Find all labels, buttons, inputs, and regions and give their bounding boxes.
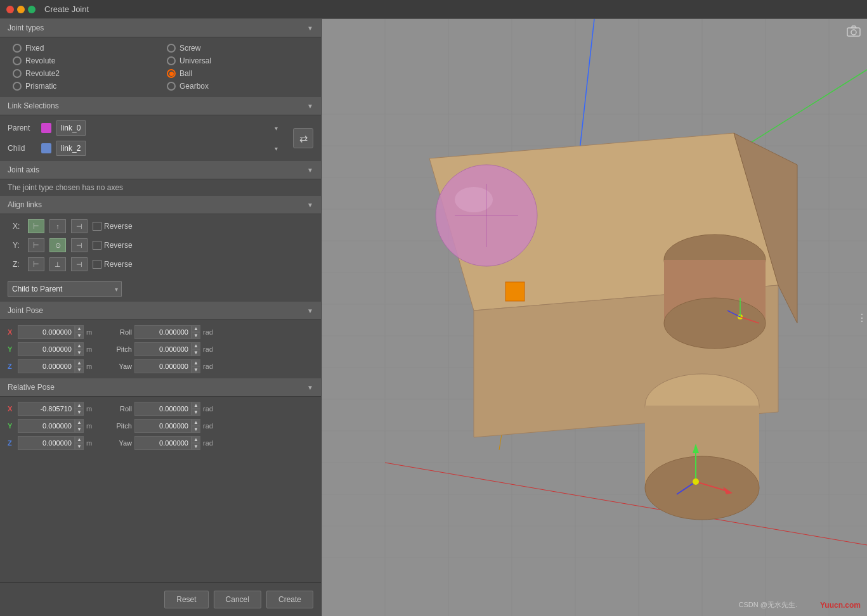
rel-pose-roll-input[interactable] [134,402,192,416]
align-y-btn1[interactable]: ⊢ [28,238,44,252]
swap-button[interactable]: ⇄ [293,128,313,148]
pose-roll-input[interactable] [134,325,192,339]
radio-fixed[interactable] [13,44,22,53]
pose-roll-down[interactable]: ▼ [192,332,200,339]
align-x-reverse-check[interactable] [93,222,101,231]
minimize-button[interactable] [17,6,25,13]
radio-revolute[interactable] [13,56,22,65]
radio-universal[interactable] [167,56,176,65]
relative-pose-header[interactable]: Relative Pose ▼ [0,378,321,397]
rel-pose-yaw-input[interactable] [134,436,192,450]
pose-z-up[interactable]: ▲ [75,359,84,366]
radio-row-universal[interactable]: Universal [167,56,308,65]
align-z-btn1[interactable]: ⊢ [28,257,44,271]
joint-pose-header[interactable]: Joint Pose ▼ [0,302,321,320]
rel-pose-z-spinbox: ▲ ▼ [18,436,84,450]
joint-axis-chevron: ▼ [307,167,313,174]
rel-pose-roll-down[interactable]: ▼ [192,409,200,416]
radio-row-ball[interactable]: Ball [167,69,308,78]
align-z-btn2[interactable]: ⊥ [49,257,66,271]
child-to-parent-select[interactable]: Child to Parent Parent to Child None [8,281,122,297]
align-x-btn3[interactable]: ⊣ [71,219,88,233]
child-select[interactable]: link_0 link_1 link_2 [56,141,86,156]
radio-ball[interactable] [167,69,176,78]
joint-axis-header[interactable]: Joint axis ▼ [0,161,321,179]
rel-pose-yaw-arrows: ▲ ▼ [192,436,200,450]
pose-z-down[interactable]: ▼ [75,366,84,373]
pose-pitch-spinbox: ▲ ▼ [134,342,200,356]
pose-yaw-down[interactable]: ▼ [192,366,200,373]
svg-point-33 [664,298,766,349]
rel-pose-z-down[interactable]: ▼ [75,443,84,450]
align-y-label: Y: [13,241,23,250]
rel-pose-z-up[interactable]: ▲ [75,436,84,443]
child-label: Child [8,144,36,153]
rel-pose-pitch-down[interactable]: ▼ [192,426,200,433]
align-y-row: Y: ⊢ ⊙ ⊣ Reverse [13,238,308,252]
rel-pose-z-arrows: ▲ ▼ [75,436,84,450]
pose-y-up[interactable]: ▲ [75,342,84,349]
pose-roll-up[interactable]: ▲ [192,325,200,332]
radio-prismatic[interactable] [13,82,22,91]
align-links-header[interactable]: Align links ▼ [0,196,321,214]
radio-row-revolute2[interactable]: Revolute2 [13,69,154,78]
parent-select[interactable]: link_0 link_1 link_2 [56,120,86,136]
radio-row-revolute[interactable]: Revolute [13,56,154,65]
rel-pose-y-arrows: ▲ ▼ [75,419,84,433]
reset-button[interactable]: Reset [164,591,208,608]
align-z-reverse-check[interactable] [93,260,101,269]
pose-y-input[interactable] [18,342,75,356]
align-y-btn3[interactable]: ⊣ [71,238,88,252]
align-y-btn2[interactable]: ⊙ [49,238,66,252]
align-x-btn1[interactable]: ⊢ [28,219,44,233]
align-z-btn3[interactable]: ⊣ [71,257,88,271]
rel-pose-yaw-down[interactable]: ▼ [192,443,200,450]
align-x-label: X: [13,222,23,231]
child-to-parent-wrapper: Child to Parent Parent to Child None [8,281,122,297]
rel-pose-roll-label: Roll [110,405,132,413]
pose-pitch-input[interactable] [134,342,192,356]
radio-row-fixed[interactable]: Fixed [13,44,154,53]
pose-z-input[interactable] [18,359,75,373]
pose-x-up[interactable]: ▲ [75,325,84,332]
close-button[interactable] [6,6,14,13]
pose-y-down[interactable]: ▼ [75,349,84,356]
create-button[interactable]: Create [266,591,313,608]
radio-revolute2[interactable] [13,69,22,78]
link-selections-content: Parent link_0 link_1 link_2 Child link_0 [0,115,321,161]
radio-gearbox[interactable] [167,82,176,91]
joint-types-header[interactable]: Joint types ▼ [0,19,321,37]
pose-y-label: Y [8,345,15,353]
pose-pitch-up[interactable]: ▲ [192,342,200,349]
rel-pose-pitch-up[interactable]: ▲ [192,419,200,426]
align-y-reverse-check[interactable] [93,241,101,250]
camera-icon[interactable] [847,25,861,40]
rel-pose-y-down[interactable]: ▼ [75,426,84,433]
radio-row-prismatic[interactable]: Prismatic [13,82,154,91]
align-y-reverse-label: Reverse [93,241,133,250]
rel-pose-x-down[interactable]: ▼ [75,409,84,416]
radio-row-screw[interactable]: Screw [167,44,308,53]
radio-screw[interactable] [167,44,176,53]
rel-pose-y-up[interactable]: ▲ [75,419,84,426]
pose-yaw-up[interactable]: ▲ [192,359,200,366]
pose-pitch-down[interactable]: ▼ [192,349,200,356]
rel-pose-roll-up[interactable]: ▲ [192,402,200,409]
maximize-button[interactable] [28,6,36,13]
align-x-btn2[interactable]: ↑ [49,219,66,233]
pose-yaw-input[interactable] [134,359,192,373]
rel-pose-pitch-input[interactable] [134,419,192,433]
pose-x-input[interactable] [18,325,75,339]
main-layout: Joint types ▼ Fixed Screw Revolute Univ [0,19,867,616]
radio-label-fixed: Fixed [25,44,44,53]
rel-pose-yaw-up[interactable]: ▲ [192,436,200,443]
pose-x-down[interactable]: ▼ [75,332,84,339]
rel-pose-z-input[interactable] [18,436,75,450]
rel-pose-y-input[interactable] [18,419,75,433]
radio-row-gearbox[interactable]: Gearbox [167,82,308,91]
link-selections-header[interactable]: Link Selections ▼ [0,97,321,115]
rel-pose-x-up[interactable]: ▲ [75,402,84,409]
rel-pose-x-input[interactable] [18,402,75,416]
parent-select-wrapper: link_0 link_1 link_2 [56,120,282,136]
cancel-button[interactable]: Cancel [214,591,261,608]
